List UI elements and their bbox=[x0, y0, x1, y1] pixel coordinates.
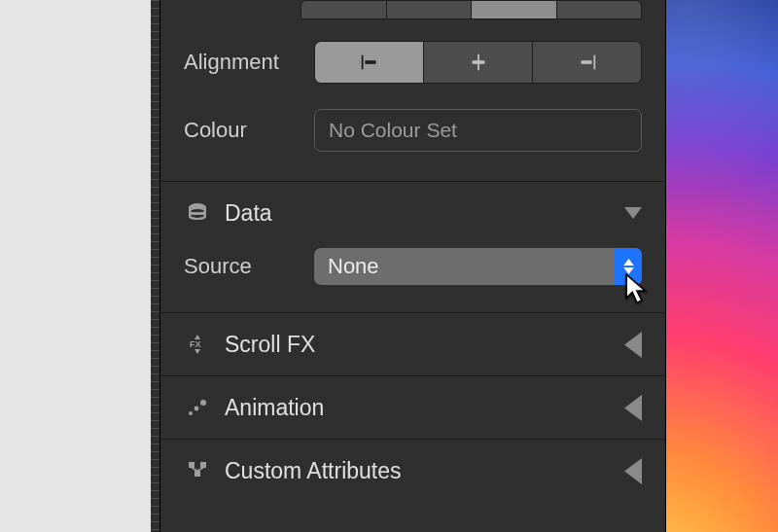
scroll-fx-icon: FX bbox=[184, 331, 211, 358]
scroll-fx-disclose-icon bbox=[624, 336, 642, 353]
svg-rect-5 bbox=[581, 60, 591, 64]
svg-line-24 bbox=[197, 468, 203, 471]
animation-icon bbox=[184, 394, 211, 421]
svg-point-16 bbox=[189, 411, 193, 415]
align-right-icon bbox=[577, 52, 598, 73]
source-dropdown-value: None bbox=[314, 248, 615, 285]
custom-attributes-title: Custom Attributes bbox=[225, 458, 611, 484]
text-style-option-2[interactable] bbox=[387, 0, 473, 19]
vertical-ruler bbox=[151, 0, 160, 532]
align-left-button[interactable] bbox=[315, 42, 423, 83]
align-center-icon bbox=[468, 52, 489, 73]
scroll-fx-title: Scroll FX bbox=[225, 332, 611, 358]
text-style-segmented bbox=[301, 0, 642, 19]
svg-marker-15 bbox=[624, 332, 642, 358]
svg-line-23 bbox=[192, 468, 197, 471]
svg-rect-22 bbox=[200, 462, 206, 468]
chevron-up-icon bbox=[623, 259, 634, 266]
data-section-header[interactable]: Data bbox=[160, 181, 665, 244]
database-icon bbox=[184, 199, 211, 227]
custom-attributes-icon bbox=[184, 457, 211, 484]
svg-point-8 bbox=[190, 213, 205, 219]
animation-title: Animation bbox=[225, 395, 611, 421]
svg-marker-9 bbox=[624, 207, 642, 219]
alignment-label: Alignment bbox=[184, 50, 301, 75]
svg-rect-0 bbox=[361, 55, 363, 70]
svg-marker-25 bbox=[624, 458, 642, 484]
data-section-title: Data bbox=[225, 200, 611, 227]
svg-marker-10 bbox=[623, 259, 634, 266]
text-style-option-4[interactable] bbox=[557, 0, 643, 19]
desktop-wallpaper bbox=[666, 0, 778, 532]
scroll-fx-section-header[interactable]: FX Scroll FX bbox=[160, 312, 665, 375]
alignment-segmented bbox=[314, 41, 642, 84]
colour-label: Colour bbox=[184, 118, 301, 143]
svg-rect-3 bbox=[472, 60, 484, 64]
custom-attributes-disclose-icon bbox=[624, 462, 642, 479]
canvas-blank-area bbox=[0, 0, 151, 532]
svg-marker-11 bbox=[623, 267, 634, 274]
svg-rect-1 bbox=[365, 60, 375, 64]
svg-rect-20 bbox=[189, 462, 194, 468]
svg-point-17 bbox=[194, 407, 199, 411]
animation-section-header[interactable]: Animation bbox=[160, 375, 665, 439]
custom-attributes-section-header[interactable]: Custom Attributes bbox=[160, 439, 665, 502]
svg-marker-13 bbox=[194, 349, 200, 354]
data-section-disclose-icon bbox=[624, 204, 642, 222]
chevron-down-icon bbox=[623, 267, 634, 274]
align-center-button[interactable] bbox=[423, 42, 532, 83]
svg-text:FX: FX bbox=[190, 339, 201, 349]
colour-well[interactable]: No Colour Set bbox=[314, 109, 642, 152]
svg-marker-19 bbox=[624, 395, 642, 421]
inspector-panel: Alignment bbox=[160, 0, 666, 532]
source-dropdown[interactable]: None bbox=[314, 248, 642, 285]
align-right-button[interactable] bbox=[532, 42, 641, 83]
svg-rect-21 bbox=[194, 471, 200, 477]
source-label: Source bbox=[184, 254, 301, 279]
svg-rect-4 bbox=[593, 55, 595, 70]
animation-disclose-icon bbox=[624, 399, 642, 416]
colour-value: No Colour Set bbox=[329, 119, 457, 142]
source-dropdown-stepper[interactable] bbox=[615, 248, 642, 285]
text-style-option-3[interactable] bbox=[472, 0, 557, 19]
text-style-option-1[interactable] bbox=[301, 0, 387, 19]
svg-point-18 bbox=[200, 400, 206, 406]
align-left-icon bbox=[359, 52, 380, 73]
